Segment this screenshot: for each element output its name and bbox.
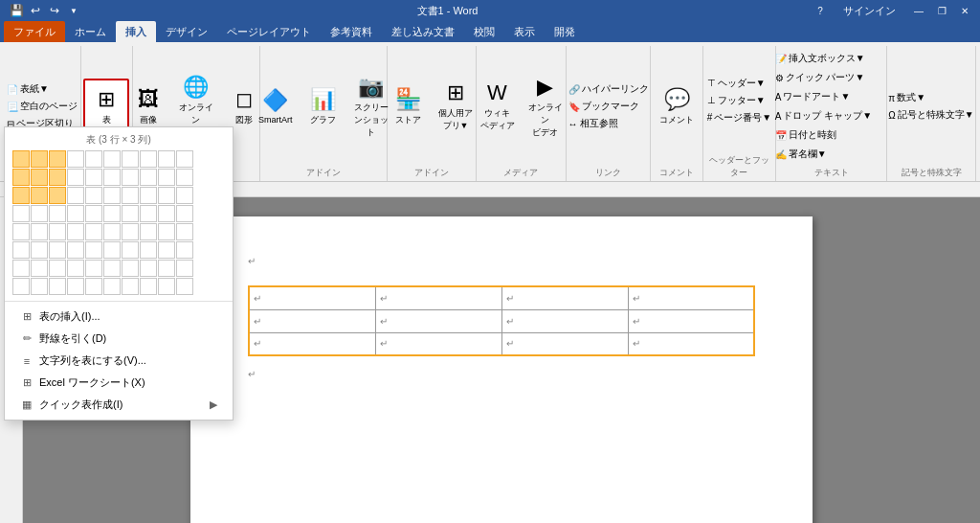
grid-cell[interactable] bbox=[85, 205, 102, 222]
grid-cell[interactable] bbox=[12, 223, 30, 240]
grid-cell[interactable] bbox=[67, 260, 84, 277]
help-button[interactable]: ? bbox=[813, 4, 828, 17]
grid-cell[interactable] bbox=[31, 169, 48, 186]
grid-cell[interactable] bbox=[12, 150, 30, 168]
table-cell[interactable]: ↵ bbox=[628, 332, 754, 355]
grid-cell[interactable] bbox=[85, 223, 102, 240]
document-table[interactable]: ↵ ↵ ↵ ↵ ↵ ↵ ↵ ↵ ↵ ↵ ↵ ↵ bbox=[248, 285, 755, 356]
grid-cell[interactable] bbox=[67, 278, 84, 295]
maximize-button[interactable]: ❐ bbox=[934, 4, 949, 17]
grid-cell[interactable] bbox=[67, 169, 84, 186]
grid-cell[interactable] bbox=[122, 278, 139, 295]
grid-cell[interactable] bbox=[67, 150, 84, 168]
grid-cell[interactable] bbox=[103, 205, 121, 222]
grid-cell[interactable] bbox=[103, 150, 121, 168]
grid-cell[interactable] bbox=[140, 205, 157, 222]
grid-cell[interactable] bbox=[67, 241, 84, 259]
grid-cell[interactable] bbox=[31, 260, 48, 277]
excel-worksheet-menu-item[interactable]: ⊞ Excel ワークシート(X) bbox=[5, 372, 233, 394]
wiki-button[interactable]: W ウィキ ペディア bbox=[475, 79, 521, 134]
grid-cell[interactable] bbox=[85, 278, 102, 295]
cover-page-button[interactable]: 📄表紙▼ bbox=[3, 80, 81, 98]
grid-cell[interactable] bbox=[176, 169, 193, 186]
grid-cell[interactable] bbox=[49, 187, 66, 204]
grid-cell[interactable] bbox=[122, 205, 139, 222]
grid-cell[interactable] bbox=[31, 150, 48, 168]
page-number-button[interactable]: #ページ番号▼ bbox=[703, 109, 775, 126]
tab-view[interactable]: 表示 bbox=[504, 21, 545, 42]
table-cell[interactable]: ↵ bbox=[375, 309, 501, 332]
header-button[interactable]: ⊤ヘッダー▼ bbox=[703, 75, 775, 92]
table-cell[interactable]: ↵ bbox=[501, 286, 628, 309]
tab-review[interactable]: 校閲 bbox=[464, 21, 504, 42]
tab-page-layout[interactable]: ページレイアウト bbox=[217, 21, 321, 42]
grid-cell[interactable] bbox=[103, 278, 121, 295]
grid-cell[interactable] bbox=[176, 223, 193, 240]
grid-cell[interactable] bbox=[176, 150, 193, 168]
grid-cell[interactable] bbox=[140, 223, 157, 240]
bookmark-button[interactable]: 🔖ブックマーク bbox=[565, 98, 653, 115]
footer-button[interactable]: ⊥フッター▼ bbox=[703, 92, 775, 109]
grid-cell[interactable] bbox=[103, 241, 121, 259]
grid-cell[interactable] bbox=[140, 187, 157, 204]
grid-cell[interactable] bbox=[158, 187, 175, 204]
tab-mailings[interactable]: 差し込み文書 bbox=[382, 21, 464, 42]
grid-cell[interactable] bbox=[12, 260, 30, 277]
grid-cell[interactable] bbox=[176, 278, 193, 295]
grid-cell[interactable] bbox=[31, 223, 48, 240]
wordart-button[interactable]: Aワードアート▼ bbox=[771, 88, 855, 105]
grid-cell[interactable] bbox=[158, 205, 175, 222]
grid-cell[interactable] bbox=[12, 169, 30, 186]
table-cell[interactable]: ↵ bbox=[249, 332, 375, 355]
signature-button[interactable]: ✍署名欄▼ bbox=[771, 146, 831, 163]
tab-insert[interactable]: 挿入 bbox=[116, 21, 156, 42]
grid-cell[interactable] bbox=[103, 187, 121, 204]
grid-cell[interactable] bbox=[158, 241, 175, 259]
grid-cell[interactable] bbox=[31, 278, 48, 295]
grid-cell[interactable] bbox=[103, 169, 121, 186]
grid-cell[interactable] bbox=[67, 187, 84, 204]
draw-table-menu-item[interactable]: ✏ 野線を引く(D) bbox=[5, 328, 233, 350]
grid-cell[interactable] bbox=[67, 205, 84, 222]
datetime-button[interactable]: 📅日付と時刻 bbox=[771, 126, 840, 144]
grid-cell[interactable] bbox=[122, 187, 139, 204]
grid-cell[interactable] bbox=[12, 187, 30, 204]
grid-cell[interactable] bbox=[103, 260, 121, 277]
undo-qat-button[interactable]: ↩ bbox=[27, 2, 44, 19]
grid-cell[interactable] bbox=[49, 223, 66, 240]
qat-dropdown-button[interactable]: ▼ bbox=[65, 2, 82, 19]
special-chars-button[interactable]: Ω記号と特殊文字▼ bbox=[884, 106, 977, 124]
grid-cell[interactable] bbox=[49, 205, 66, 222]
grid-cell[interactable] bbox=[122, 241, 139, 259]
text-to-table-menu-item[interactable]: ≡ 文字列を表にする(V)... bbox=[5, 350, 233, 372]
table-cell[interactable]: ↵ bbox=[628, 286, 754, 309]
grid-cell[interactable] bbox=[67, 223, 84, 240]
grid-cell[interactable] bbox=[140, 241, 157, 259]
signin-button[interactable]: サインイン bbox=[835, 4, 903, 18]
grid-cell[interactable] bbox=[122, 169, 139, 186]
grid-cell[interactable] bbox=[158, 223, 175, 240]
grid-cell[interactable] bbox=[49, 241, 66, 259]
table-cell[interactable]: ↵ bbox=[501, 332, 628, 355]
grid-cell[interactable] bbox=[103, 223, 121, 240]
grid-cell[interactable] bbox=[176, 260, 193, 277]
grid-cell[interactable] bbox=[158, 169, 175, 186]
close-button[interactable]: ✕ bbox=[957, 4, 972, 17]
save-qat-button[interactable]: 💾 bbox=[8, 2, 25, 19]
table-cell[interactable]: ↵ bbox=[628, 309, 754, 332]
grid-cell[interactable] bbox=[140, 260, 157, 277]
blank-page-button[interactable]: 📃空白のページ bbox=[3, 98, 81, 115]
grid-cell[interactable] bbox=[158, 260, 175, 277]
online-video-button[interactable]: ▶ オンライン ビデオ bbox=[523, 73, 568, 141]
tab-file[interactable]: ファイル bbox=[4, 21, 65, 42]
grid-cell[interactable] bbox=[12, 241, 30, 259]
grid-cell[interactable] bbox=[85, 169, 102, 186]
table-cell[interactable]: ↵ bbox=[501, 309, 628, 332]
grid-cell[interactable] bbox=[12, 278, 30, 295]
comment-button[interactable]: 💬 コメント bbox=[654, 79, 700, 134]
grid-cell[interactable] bbox=[122, 223, 139, 240]
dropcap-button[interactable]: Aドロップ キャップ▼ bbox=[771, 107, 876, 125]
quickparts-button[interactable]: ⚙クイック パーツ▼ bbox=[771, 69, 869, 86]
tab-developer[interactable]: 開発 bbox=[545, 21, 585, 42]
equation-button[interactable]: π数式▼ bbox=[884, 89, 977, 106]
